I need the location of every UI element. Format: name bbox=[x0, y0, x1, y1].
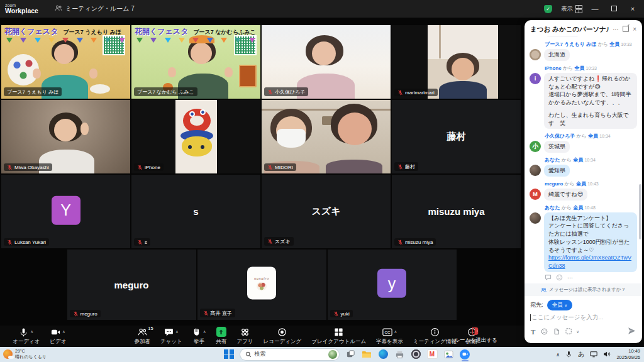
message-actions[interactable]: ⋯ bbox=[545, 274, 637, 281]
participant-name-label: misuzu miya bbox=[394, 238, 436, 246]
taskbar-app-explorer[interactable] bbox=[362, 349, 372, 359]
search-highlight-image bbox=[328, 350, 337, 359]
system-tray: ∧ あ 10:49 2025/09/26 bbox=[556, 347, 640, 362]
toolbar-captions-button[interactable]: CC∧字幕を表示 bbox=[371, 327, 408, 346]
video-tile-luksan-yukari[interactable]: YLuksan Yukari bbox=[1, 175, 130, 248]
toolbar-chat-button[interactable]: ∧チャット bbox=[155, 327, 187, 346]
toolbar-raise-hand-button[interactable]: ∧挙手 bbox=[187, 327, 211, 346]
toolbar-audio-button[interactable]: ∧オーディオ bbox=[8, 327, 45, 346]
video-tile-iphone[interactable]: iPhone bbox=[131, 100, 260, 173]
toolbar-video-button[interactable]: ∧ビデオ bbox=[45, 327, 71, 346]
taskbar-app-photos[interactable] bbox=[443, 349, 454, 359]
message-header: iPhone から 全員10:33 bbox=[545, 65, 637, 72]
share-icon bbox=[216, 327, 226, 337]
view-button[interactable]: 表示 bbox=[561, 5, 581, 13]
security-shield-icon[interactable]: ✓ bbox=[544, 5, 552, 13]
close-button[interactable]: × bbox=[628, 5, 638, 13]
avatar bbox=[530, 165, 541, 176]
taskbar-app-chatgpt[interactable] bbox=[411, 349, 421, 359]
chat-message-list[interactable]: ス神奈川ですブース7 うえもり みほ から 全員10:33北海道iPhone か… bbox=[525, 36, 642, 283]
video-tile-suzuki[interactable]: スズキスズキ bbox=[262, 175, 391, 248]
avatar bbox=[530, 212, 541, 224]
avatar: M bbox=[530, 189, 541, 200]
chat-message: ブース7 うえもり みほ から 全員10:33北海道 bbox=[530, 41, 637, 61]
survey-link[interactable]: https://forms.gle/JmX8eatQZTwVCdn38 bbox=[548, 255, 631, 269]
attach-file-icon[interactable] bbox=[553, 326, 560, 337]
weather-desc: 晴れのちくもり bbox=[15, 354, 47, 359]
tray-volume-icon[interactable] bbox=[603, 349, 611, 360]
start-button[interactable] bbox=[224, 349, 234, 359]
maximize-button[interactable] bbox=[609, 5, 619, 13]
message-bubble: 人すごいですよね❗帰れるのかなぁと心配ですが😅退場口から夢洲駅まで、1時間半かか… bbox=[544, 73, 637, 129]
taskbar-app-printer[interactable] bbox=[394, 349, 405, 359]
format-text-icon[interactable]: T bbox=[531, 328, 535, 336]
toolbar-record-button[interactable]: レコーディング bbox=[258, 327, 307, 346]
video-tile-miwa-obayashi[interactable]: Miwa Obayashi bbox=[1, 100, 130, 173]
chat-visibility-hint[interactable]: メッセージは誰に表示されますか？ bbox=[525, 283, 642, 296]
send-to-label: 宛先: bbox=[530, 301, 543, 309]
toolbar-share-button[interactable]: 共有 bbox=[211, 327, 231, 346]
video-tile-takai-naoko[interactable]: nanairo髙井 直子 bbox=[197, 250, 326, 320]
taskbar-app-edge[interactable] bbox=[378, 349, 389, 359]
chat-close-icon[interactable]: × bbox=[633, 26, 636, 33]
screenshot-dropdown-icon[interactable]: ∨ bbox=[576, 329, 579, 334]
video-tile-meguro[interactable]: meguromeguro bbox=[67, 250, 196, 320]
taskbar-app-task-view[interactable] bbox=[345, 349, 356, 359]
message-bubble: 【みほ先生アンケート】アンケートに回答してくださった方には抽選で体験レッスン10… bbox=[544, 212, 637, 272]
toolbar-apps-button[interactable]: アプリ bbox=[231, 327, 258, 346]
leave-room-button[interactable]: ルームを退出する bbox=[454, 326, 497, 344]
titlebar: zoom Workplace ミーティング・ルーム 7 ✓ 表示 — × bbox=[0, 0, 644, 18]
ime-indicator[interactable]: あ bbox=[578, 350, 584, 359]
taskbar-app-zoom[interactable] bbox=[460, 349, 470, 359]
toolbar-breakout-button[interactable]: ブレイクアウトルーム bbox=[306, 327, 371, 346]
chat-input[interactable]: ここにメッセージを入力... bbox=[525, 312, 642, 322]
hidden-icons-chevron[interactable]: ∧ bbox=[556, 352, 560, 358]
message-bubble: 茨城県 bbox=[544, 141, 570, 153]
toolbar-participants-button[interactable]: 15参加者 bbox=[129, 327, 155, 346]
meeting-title: ミーティング・ルーム 7 bbox=[55, 4, 135, 13]
chat-message: あなた から 全員10:48【みほ先生アンケート】アンケートに回答してくださった… bbox=[530, 204, 637, 281]
tray-mic-icon[interactable] bbox=[565, 349, 572, 360]
video-tile-marimarimari[interactable]: marimarimari bbox=[392, 25, 521, 99]
taskbar-app-gmail[interactable]: M bbox=[427, 349, 438, 359]
chat-scrollbar[interactable] bbox=[639, 184, 641, 239]
taskbar-search-box[interactable]: 検索 bbox=[240, 349, 339, 360]
chat-format-bar: T ∨ bbox=[525, 322, 642, 343]
taskbar-weather-widget[interactable]: 29°C 晴れのちくもり bbox=[3, 348, 47, 359]
message-bubble: 北海道 bbox=[544, 49, 570, 61]
video-tile-midori[interactable]: MIDORI bbox=[262, 100, 391, 173]
zoom-meeting-window: zoom Workplace ミーティング・ルーム 7 ✓ 表示 — × bbox=[0, 0, 644, 362]
participant-name-label: iPhone bbox=[134, 163, 164, 171]
reply-icon bbox=[545, 274, 552, 281]
more-actions-icon: ⋯ bbox=[567, 275, 573, 281]
video-tile-yuki[interactable]: yyuki bbox=[328, 250, 457, 320]
video-tile-fujimura[interactable]: 藤村藤村 bbox=[392, 100, 521, 173]
video-tile-s[interactable]: ss bbox=[131, 175, 260, 248]
book-cover bbox=[239, 65, 257, 87]
display-name-text: misuzu miya bbox=[392, 175, 521, 248]
booth-banner: 花開くフェスタブース7 なかむらふみこ bbox=[135, 26, 259, 37]
tray-display-icon[interactable] bbox=[590, 349, 597, 360]
avatar bbox=[530, 49, 541, 60]
windows-taskbar: 29°C 晴れのちくもり 検索 M ∧ あ 10:49 2025/09/26 bbox=[0, 347, 644, 362]
video-tile-nakamura[interactable]: 花開くフェスタブース7 なかむらふみこブース7 なかむら ふみこ bbox=[131, 25, 260, 99]
chevron-up-icon: ∧ bbox=[30, 329, 33, 334]
send-to-dropdown[interactable]: 全員∨ bbox=[547, 300, 572, 310]
send-to-row: 宛先: 全員∨ bbox=[525, 296, 642, 312]
chat-popout-icon[interactable] bbox=[623, 26, 629, 33]
chat-more-icon[interactable]: ⋯ bbox=[613, 26, 619, 33]
view-grid-icon bbox=[575, 5, 581, 13]
screenshot-icon[interactable] bbox=[565, 326, 574, 337]
send-message-icon[interactable] bbox=[628, 326, 636, 337]
video-tile-uemori[interactable]: 花開くフェスタブース7 うえもり みほ ブース7 うえもり みほ bbox=[1, 25, 130, 99]
video-tile-misuzu-miya[interactable]: misuzu miyamisuzu miya bbox=[392, 175, 521, 248]
avatar: i bbox=[530, 73, 541, 84]
participant-name-label: yuki bbox=[330, 310, 353, 317]
minimize-button[interactable]: — bbox=[590, 5, 600, 13]
active-app-indicator bbox=[462, 360, 469, 361]
taskbar-clock[interactable]: 10:49 2025/09/26 bbox=[616, 348, 640, 361]
zoom-workplace-logo: zoom Workplace bbox=[5, 3, 38, 14]
profile-image-avatar: nanairo bbox=[247, 266, 276, 299]
emoji-icon[interactable] bbox=[541, 326, 548, 337]
video-tile-kokubo[interactable]: 小久保ひろ子 bbox=[262, 25, 391, 99]
